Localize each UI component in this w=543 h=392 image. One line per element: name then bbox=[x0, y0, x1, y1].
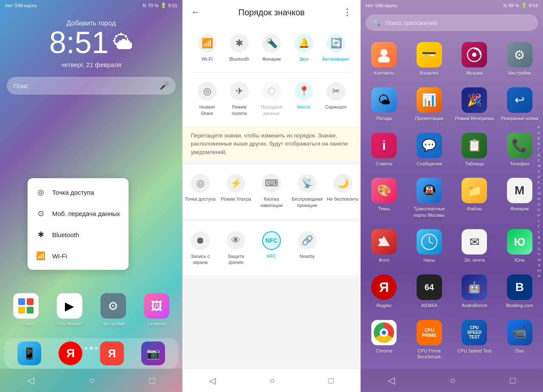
dock-item-yandex-browser[interactable]: Я bbox=[100, 342, 124, 365]
alpha-yu[interactable]: Ю bbox=[537, 268, 542, 273]
alpha-r[interactable]: Р bbox=[537, 213, 542, 218]
qs-nfc[interactable]: NFC NFC bbox=[254, 226, 289, 269]
popup-item-hotspot[interactable]: ◎ Точка доступа bbox=[28, 182, 129, 203]
alpha-k[interactable]: К bbox=[537, 180, 542, 185]
alpha-n[interactable]: Н bbox=[537, 196, 542, 202]
alpha-ch[interactable]: Ч bbox=[537, 252, 542, 257]
app-booking[interactable]: B Booking.com bbox=[498, 270, 542, 314]
alpha-sh[interactable]: Ш bbox=[537, 257, 542, 262]
qs-rotate[interactable]: 🔄 Автоповорот bbox=[320, 29, 352, 65]
qs-navkey[interactable]: ⌨ Кнопка навигации bbox=[254, 169, 289, 212]
app-clock[interactable]: Часы bbox=[408, 225, 451, 269]
clock-city[interactable]: Добавить город bbox=[0, 20, 182, 27]
app-wallet[interactable]: 💳 Кошелек bbox=[408, 38, 451, 81]
qs-nearby[interactable]: 🔗 Nearby bbox=[289, 226, 325, 269]
alpha-p[interactable]: П bbox=[537, 207, 542, 213]
app-duo[interactable]: 📹 Duo bbox=[498, 316, 542, 365]
app-aida64[interactable]: 64 AIDA64 bbox=[408, 270, 451, 314]
app-androbench[interactable]: 🤖 AndroBench bbox=[453, 270, 496, 314]
recent-nav-p2[interactable]: □ bbox=[328, 376, 333, 386]
dock-app-gallery[interactable]: 🖼 Галерея bbox=[144, 293, 169, 326]
alpha-f[interactable]: Ф bbox=[537, 235, 542, 240]
app-contacts[interactable]: Контакты bbox=[362, 38, 406, 81]
alpha-zh[interactable]: Ж bbox=[537, 163, 542, 168]
recent-nav-p3[interactable]: □ bbox=[510, 375, 515, 386]
qs-eyecare[interactable]: 👁 Защита зрения bbox=[218, 226, 254, 269]
dock-item-phone-mgr[interactable]: 📱 bbox=[17, 342, 41, 365]
app-themes[interactable]: 🎨 Темы bbox=[362, 174, 406, 223]
qs-bluetooth[interactable]: ✱ Bluetooth bbox=[223, 29, 255, 65]
alpha-z[interactable]: З bbox=[537, 169, 542, 174]
app-email[interactable]: ✉ Эл. почта bbox=[453, 225, 496, 269]
app-files[interactable]: 📁 Файлы bbox=[453, 174, 496, 223]
alpha-s[interactable]: С bbox=[537, 218, 542, 224]
app-cpu-prime[interactable]: CPU PRIME CPU Prime Benchmark bbox=[408, 316, 451, 365]
app-flashlight-p3[interactable]: M Фонарик bbox=[498, 174, 542, 223]
alpha-i[interactable]: И bbox=[537, 174, 542, 179]
dock-app-play[interactable]: ▶ Play Маркет bbox=[56, 293, 83, 326]
alpha-d[interactable]: Д bbox=[537, 152, 542, 157]
app-settings-p3[interactable]: ⚙ Настройки bbox=[498, 38, 542, 81]
qs-ultra[interactable]: ⚡ Режим Ультра bbox=[218, 169, 254, 212]
qs-huawei-share[interactable]: ◎ Huawei Share bbox=[191, 77, 223, 120]
dock-app-settings[interactable]: ⚙ Настройки bbox=[101, 293, 126, 326]
alpha-ts[interactable]: Ц bbox=[537, 246, 542, 251]
app-party[interactable]: 🎉 Режим Вечеринка bbox=[453, 83, 496, 127]
home-nav-p1[interactable]: ○ bbox=[89, 375, 95, 386]
dock-item-yandex[interactable]: Я bbox=[59, 342, 82, 365]
qs-airplane[interactable]: ✈ Режим полета bbox=[223, 77, 255, 120]
app-tips[interactable]: i Советы bbox=[362, 129, 406, 172]
qs-sound[interactable]: 🔔 Звук bbox=[288, 29, 320, 65]
alpha-kh[interactable]: Х bbox=[537, 241, 542, 246]
qs-location[interactable]: 📍 Место bbox=[288, 77, 320, 120]
search-bar-p1[interactable]: Поис 🎤 bbox=[7, 77, 176, 95]
app-search-bar[interactable]: 🔍 Поиск приложений bbox=[366, 14, 538, 31]
qs-hotspot[interactable]: ◎ Точка доступа bbox=[182, 169, 218, 212]
alpha-l[interactable]: Л bbox=[537, 185, 542, 190]
app-yula[interactable]: Ю Юла bbox=[498, 225, 542, 269]
app-cpu-speed[interactable]: CPU SPEED TEST CPU Speed Test bbox=[453, 316, 496, 365]
home-nav-p3[interactable]: ○ bbox=[450, 375, 455, 386]
mic-icon-p1[interactable]: 🎤 bbox=[160, 81, 169, 90]
app-music[interactable]: Музыка bbox=[453, 38, 496, 81]
alpha-o[interactable]: О bbox=[537, 202, 542, 207]
alpha-e[interactable]: Е bbox=[537, 158, 542, 163]
alpha-t[interactable]: Т bbox=[537, 224, 542, 229]
qs-screenshot[interactable]: ✂ Скриншот bbox=[320, 77, 352, 120]
app-present[interactable]: 📊 Презентации bbox=[408, 83, 451, 127]
back-nav-p2[interactable]: ◁ bbox=[209, 375, 216, 386]
qs-record[interactable]: ⏺ Запись с экрана bbox=[182, 226, 218, 269]
back-button-p2[interactable]: ← bbox=[191, 7, 200, 18]
app-yandex[interactable]: Я Яндекс bbox=[362, 270, 406, 314]
alpha-m[interactable]: М bbox=[537, 191, 542, 196]
app-transport[interactable]: 🚇 Транспортные карты Москвы bbox=[408, 174, 451, 223]
qs-wireless[interactable]: 📡 Беспроводная проекция bbox=[289, 169, 325, 212]
popup-item-mobile-data[interactable]: ⊙ Моб. передача данных bbox=[28, 203, 129, 224]
alpha-b[interactable]: Б bbox=[537, 136, 542, 141]
alpha-a[interactable]: # bbox=[537, 125, 542, 130]
app-messages[interactable]: 💬 Сообщения bbox=[408, 129, 451, 172]
alpha-v[interactable]: В bbox=[537, 141, 542, 146]
home-nav-p2[interactable]: ○ bbox=[269, 376, 274, 386]
dock-app-google[interactable]: Google bbox=[13, 293, 39, 326]
app-weather[interactable]: 🌤 Погода bbox=[362, 83, 406, 127]
alpha-g[interactable]: Г bbox=[537, 147, 542, 152]
popup-item-wifi[interactable]: 📶 Wi-Fi bbox=[28, 245, 129, 266]
app-chrome[interactable]: Chrome bbox=[362, 316, 406, 365]
qs-dnd[interactable]: 🌙 Не беспокоить bbox=[325, 169, 361, 212]
qs-flashlight[interactable]: 🔦 Фонарик bbox=[255, 29, 288, 65]
qs-transfer[interactable]: ⬡ Передача данных bbox=[255, 77, 288, 120]
app-photos[interactable]: Фото bbox=[362, 225, 406, 269]
qs-wifi[interactable]: 📶 Wi-Fi bbox=[191, 29, 223, 65]
popup-item-bluetooth[interactable]: ✱ Bluetooth bbox=[28, 224, 129, 245]
alpha-ya[interactable]: Я bbox=[537, 274, 542, 279]
app-backup[interactable]: ↩ Резервные копии bbox=[498, 83, 542, 127]
app-tables[interactable]: 📋 Таблицы bbox=[453, 129, 496, 172]
app-phone[interactable]: 📞 Телефон bbox=[498, 129, 542, 172]
alpha-u[interactable]: У bbox=[537, 230, 542, 235]
back-nav-p1[interactable]: ◁ bbox=[27, 375, 34, 386]
more-button-p2[interactable]: ⋮ bbox=[343, 7, 352, 18]
alpha-a[interactable]: А bbox=[537, 130, 542, 135]
alpha-e2[interactable]: Э bbox=[537, 263, 542, 268]
dock-item-camera[interactable]: 📷 bbox=[141, 342, 165, 365]
